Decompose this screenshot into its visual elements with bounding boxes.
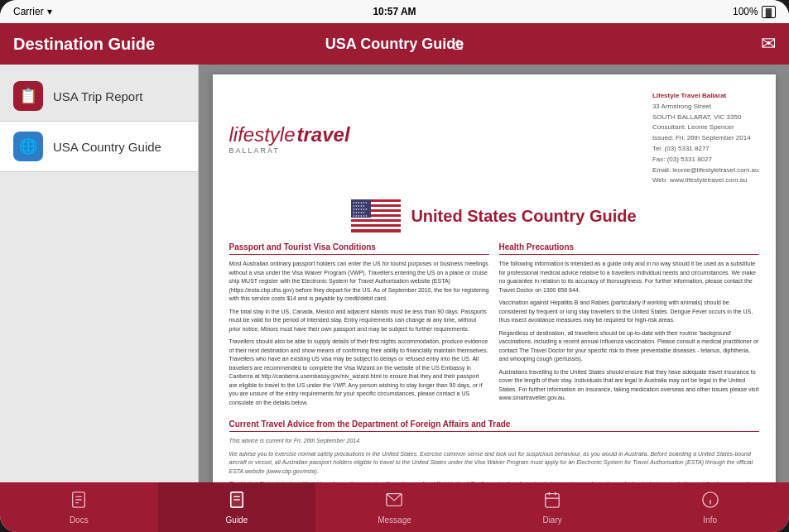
health-section: Health Precautions The following informa… [499,242,759,411]
health-text: The following information is intended as… [499,260,759,403]
passport-section: Passport and Tourist Visa Conditions Mos… [229,242,489,411]
country-guide-icon: 🌐 [13,132,43,161]
two-col-section: Passport and Tourist Visa Conditions Mos… [229,242,759,411]
company-issued: Issued: Fri. 26th September 2014 [652,133,759,144]
info-icon [701,491,719,513]
trip-report-icon: 📋 [13,81,43,111]
tab-message-label: Message [378,515,411,525]
travel-advice-section: Current Travel Advice from the Departmen… [229,419,759,482]
tab-info[interactable]: Info [631,482,789,532]
tab-info-label: Info [703,515,717,525]
company-email: Email: leonie@lifestyletravel.com.au [652,165,759,176]
sidebar-item-trip-report[interactable]: 📋 USA Trip Report [0,71,198,122]
company-consultant: Consultant: Leonie Spencer [652,122,759,133]
tab-message[interactable]: Message [315,482,474,532]
carrier-label: Carrier [13,6,44,17]
diary-icon [543,491,561,513]
tab-diary-label: Diary [542,515,561,525]
nav-doc-title: USA Country Guide [325,36,464,53]
wifi-icon: ▾ [47,6,52,17]
sidebar-item-country-guide[interactable]: 🌐 USA Country Guide [0,122,198,172]
svg-rect-6 [351,227,401,229]
passport-text: Most Australian ordinary passport holder… [229,260,489,407]
document-view[interactable]: lifestyle travel ballarat Lifestyle Trav… [199,65,789,482]
doc-title-section: ★★★★★★ ★★★★★ ★★★★★★ ★★★★★ ★★★★★★ United … [229,199,759,232]
document-page: lifestyle travel ballarat Lifestyle Trav… [213,74,776,482]
doc-main-title: United States Country Guide [411,207,636,226]
company-city: SOUTH BALLARAT, VIC 3350 [652,113,759,123]
company-address: 33 Armstrong Street [652,102,759,113]
battery-label: 100% [733,6,758,17]
tab-guide[interactable]: Guide [158,482,316,532]
contact-info: Lifestyle Travel Ballarat 33 Armstrong S… [652,91,759,186]
tab-docs-label: Docs [70,515,89,525]
nav-title: Destination Guide [13,35,155,54]
device-frame: Carrier ▾ 10:57 AM 100% ▓ Destination Gu… [0,0,789,532]
tab-docs[interactable]: Docs [0,482,158,532]
status-right: 100% ▓ [733,6,776,18]
logo-travel: travel [297,123,350,146]
svg-rect-5 [351,222,401,224]
company-fax: Fax: (03) 5331 8027 [652,155,759,165]
nav-bar: Destination Guide ⌂ USA Country Guide ✉ [0,23,789,65]
status-bar: Carrier ▾ 10:57 AM 100% ▓ [0,0,789,23]
status-time: 10:57 AM [373,6,416,17]
passport-title: Passport and Tourist Visa Conditions [229,242,489,255]
message-icon [385,491,403,513]
main-content: 📋 USA Trip Report 🌐 USA Country Guide li… [0,65,789,482]
tab-diary[interactable]: Diary [474,482,632,532]
travel-advice-notice: This advice is current for Fri, 26th Sep… [229,437,759,482]
status-left: Carrier ▾ [13,6,52,17]
health-title: Health Precautions [499,242,759,255]
tab-guide-label: Guide [226,515,248,525]
company-web: Web: www.lifestyletravel.com.au [652,175,759,186]
logo-area: lifestyle travel ballarat [229,91,350,186]
sidebar-label-country-guide: USA Country Guide [53,140,161,154]
logo-sub: ballarat [229,146,350,155]
sidebar: 📋 USA Trip Report 🌐 USA Country Guide [0,65,199,482]
company-name: Lifestyle Travel Ballarat [652,91,759,102]
travel-notice: This advice is current for Fri, 26th Sep… [229,437,759,446]
usa-flag: ★★★★★★ ★★★★★ ★★★★★★ ★★★★★ ★★★★★★ [351,199,401,232]
travel-advice-title: Current Travel Advice from the Departmen… [229,419,759,432]
sidebar-label-trip-report: USA Trip Report [53,89,142,103]
docs-icon [70,491,88,513]
logo-lifestyle: lifestyle [229,123,296,146]
svg-rect-20 [231,491,243,506]
guide-icon [228,491,246,513]
svg-text:★★★★★★: ★★★★★★ [353,214,368,218]
mail-icon[interactable]: ✉ [761,33,776,55]
tab-bar: Docs Guide Message [0,482,789,532]
travel-text1: We advise you to exercise normal safety … [229,450,759,477]
doc-header: lifestyle travel ballarat Lifestyle Trav… [229,91,759,186]
svg-rect-22 [546,493,560,507]
battery-icon: ▓ [762,6,776,18]
company-tel1: Tel: (03) 5331 8277 [652,144,759,155]
